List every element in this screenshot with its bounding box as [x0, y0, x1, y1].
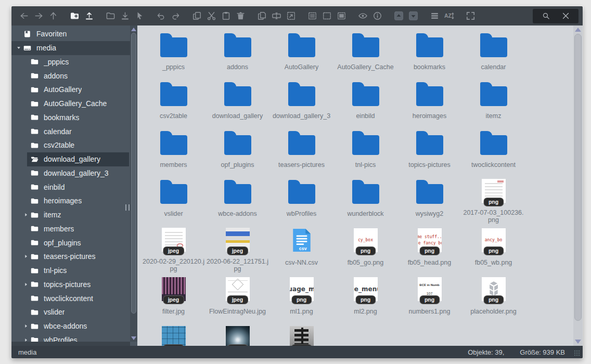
sort-az-button[interactable] — [443, 9, 456, 22]
content-scrollbar[interactable] — [573, 25, 583, 346]
select-none-button[interactable] — [320, 9, 333, 22]
sidebar-item-vslider[interactable]: vslider — [11, 305, 130, 319]
folder-item-itemz[interactable]: itemz — [461, 77, 525, 126]
sidebar-item-favoriten[interactable]: Favoriten — [11, 27, 130, 41]
file-item-2017-07-03_100236.png[interactable]: png2017-07-03_100236.png — [461, 175, 525, 224]
download-button[interactable] — [119, 9, 132, 22]
folder-item-tnl-pics[interactable]: tnl-pics — [333, 126, 397, 175]
sidebar-item-download_gallery[interactable]: download_gallery — [11, 152, 130, 166]
duplicate-button[interactable] — [255, 9, 268, 22]
file-item[interactable]: jpeg — [269, 322, 333, 346]
copy-button[interactable] — [190, 9, 203, 22]
redo-button[interactable] — [169, 9, 182, 22]
folder-item-csv2table[interactable]: csv2table — [142, 77, 205, 126]
sidebar-item-members[interactable]: members — [11, 222, 130, 236]
move-down-button[interactable] — [407, 9, 420, 22]
file-item-fb05_head.png[interactable]: ome stuff...use fancy boxpngfb05_head.pn… — [397, 224, 461, 273]
sidebar-item-einbild[interactable]: einbild — [11, 180, 130, 194]
sidebar-item-topics-pictures[interactable]: topics-pictures — [11, 278, 130, 292]
sidebar-item-itemz[interactable]: itemz — [11, 208, 130, 222]
sidebar-item-teasers-pictures[interactable]: teasers-pictures — [11, 250, 130, 264]
file-item-csv-NN.csv[interactable]: csvcsv-NN.csv — [269, 224, 333, 273]
info-button[interactable] — [371, 9, 384, 22]
sidebar-item-twoclickcontent[interactable]: twoclickcontent — [11, 291, 130, 305]
folder-item-vslider[interactable]: vslider — [142, 175, 205, 224]
file-item[interactable]: jpeg — [205, 322, 269, 346]
file-item-ml2.png[interactable]: ge_menupngml2.png — [333, 273, 397, 322]
folder-item-opf_plugins[interactable]: opf_plugins — [205, 126, 269, 175]
folder-item-topics-pictures[interactable]: topics-pictures — [397, 126, 461, 175]
file-item-fb05_go.png[interactable]: cy_boxpngfb05_go.png — [333, 224, 397, 273]
sidebar-item-autogallery[interactable]: AutoGallery — [11, 83, 130, 97]
go-up-button[interactable] — [47, 9, 60, 22]
scroll-down-icon[interactable] — [575, 340, 581, 344]
open-folder-button[interactable] — [104, 9, 117, 22]
back-button[interactable] — [18, 9, 31, 22]
fullscreen-button[interactable] — [464, 9, 477, 22]
undo-button[interactable] — [155, 9, 168, 22]
folder-item-AutoGallery_Cache[interactable]: AutoGallery_Cache — [333, 29, 397, 77]
sidebar-item-opf_plugins[interactable]: opf_plugins — [11, 236, 130, 250]
folder-item-members[interactable]: members — [142, 126, 205, 175]
folder-item-wysiwyg2[interactable]: wysiwyg2 — [397, 175, 461, 224]
select-all-button[interactable] — [335, 9, 348, 22]
folder-item-download_gallery_3[interactable]: download_gallery_3 — [269, 77, 333, 126]
sidebar-scrollbar[interactable] — [130, 25, 137, 342]
sidebar-item-calendar[interactable]: calendar — [11, 124, 130, 138]
folder-item-wbce-addons[interactable]: wbce-addons — [205, 175, 269, 224]
caret-right-icon[interactable] — [22, 252, 30, 261]
file-item-2020-06-22_121751.jpg[interactable]: jpeg2020-06-22_121751.jpg — [205, 224, 269, 273]
file-item-FlowEintragNeu.jpg[interactable]: jpegFlowEintragNeu.jpg — [205, 273, 269, 322]
new-folder-button[interactable] — [68, 9, 81, 22]
search-button[interactable] — [536, 10, 556, 22]
rename-button[interactable] — [270, 9, 283, 22]
file-item-placeholder.png[interactable]: pngplaceholder.png — [461, 273, 525, 322]
upload-button[interactable] — [83, 9, 96, 22]
folder-item-addons[interactable]: addons — [205, 29, 269, 77]
folder-item-heroimages[interactable]: heroimages — [397, 77, 461, 126]
list-view-button[interactable] — [428, 9, 441, 22]
preview-button[interactable] — [356, 9, 369, 22]
select-pointer-button[interactable] — [133, 9, 146, 22]
close-button[interactable] — [556, 10, 575, 22]
folder-item-AutoGallery[interactable]: AutoGallery — [269, 29, 333, 77]
sidebar-item-_pppics[interactable]: _pppics — [11, 55, 130, 69]
sidebar-item-download_gallery_3[interactable]: download_gallery_3 — [11, 166, 130, 180]
file-item-fb05_wb.png[interactable]: ancy_bopngfb05_wb.png — [461, 224, 525, 273]
sidebar-item-autogallery_cache[interactable]: AutoGallery_Cache — [11, 97, 130, 111]
resize-grip-icon[interactable] — [574, 350, 580, 356]
paste-button[interactable] — [220, 9, 233, 22]
caret-right-icon[interactable] — [22, 280, 30, 289]
resize-button[interactable] — [285, 9, 298, 22]
folder-item-bookmarks[interactable]: bookmarks — [397, 29, 461, 77]
sidebar-scrollbar-thumb[interactable] — [131, 33, 136, 314]
caret-right-icon[interactable] — [22, 322, 30, 330]
sidebar-item-heroimages[interactable]: heroimages — [11, 194, 130, 208]
forward-button[interactable] — [32, 9, 45, 22]
sidebar-item-wbce-addons[interactable]: wbce-addons — [11, 319, 130, 333]
file-item-2020-02-29_220120.jpg[interactable]: jpeg2020-02-29_220120.jpg — [142, 224, 205, 273]
file-item-numbers1.png[interactable]: BCE in Numb107pngnumbers1.png — [397, 273, 461, 322]
sidebar-item-media[interactable]: media — [11, 41, 130, 55]
folder-item-_pppics[interactable]: _pppics — [142, 29, 205, 77]
folder-item-teasers-pictures[interactable]: teasers-pictures — [269, 126, 333, 175]
select-list-button[interactable] — [306, 9, 319, 22]
scroll-up-icon[interactable] — [131, 28, 136, 31]
sidebar-item-csv2table[interactable]: csv2table — [11, 138, 130, 152]
file-item-ml1.png[interactable]: uage_mpngml1.png — [269, 273, 333, 322]
folder-item-wbProfiles[interactable]: wbProfiles — [269, 175, 333, 224]
file-item[interactable]: jpeg — [142, 322, 205, 346]
splitter-grip[interactable] — [125, 204, 130, 211]
sidebar-item-addons[interactable]: addons — [11, 69, 130, 83]
sidebar-item-tnl-pics[interactable]: tnl-pics — [11, 264, 130, 278]
folder-item-calendar[interactable]: calendar — [461, 29, 525, 77]
scroll-down-icon[interactable] — [131, 336, 136, 340]
folder-item-einbild[interactable]: einbild — [333, 77, 397, 126]
move-up-button[interactable] — [392, 9, 405, 22]
caret-right-icon[interactable] — [22, 211, 30, 219]
folder-item-download_gallery[interactable]: download_gallery — [205, 77, 269, 126]
file-item-filter.jpg[interactable]: jpegfilter.jpg — [142, 273, 205, 322]
delete-button[interactable] — [234, 9, 247, 22]
content-scrollbar-thumb[interactable] — [574, 34, 582, 321]
folder-item-wunderblock[interactable]: wunderblock — [333, 175, 397, 224]
